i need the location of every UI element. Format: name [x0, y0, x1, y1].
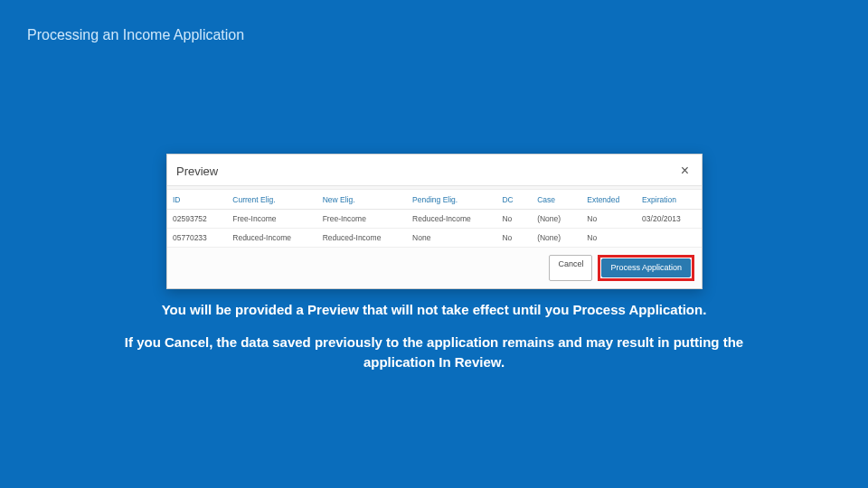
dialog-title: Preview: [176, 164, 218, 178]
col-new: New Elig.: [317, 190, 407, 210]
dialog-header: Preview ×: [167, 155, 702, 186]
cell-new: Free-Income: [317, 210, 407, 229]
dialog-footer: Cancel Process Application: [167, 248, 702, 288]
caption-line-1: You will be provided a Preview that will…: [0, 300, 868, 320]
table-row: 05770233 Reduced-Income Reduced-Income N…: [167, 229, 702, 248]
cell-dc: No: [496, 229, 532, 248]
col-extended: Extended: [581, 190, 637, 210]
cell-expiration: 03/20/2013: [637, 210, 702, 229]
caption-line-2: If you Cancel, the data saved previously…: [0, 333, 868, 372]
cell-pending: Reduced-Income: [407, 210, 496, 229]
col-pending: Pending Elig.: [407, 190, 496, 210]
slide-title: Processing an Income Application: [27, 27, 244, 43]
col-case: Case: [532, 190, 581, 210]
cell-dc: No: [496, 210, 532, 229]
preview-table: ID Current Elig. New Elig. Pending Elig.…: [167, 190, 702, 248]
preview-dialog: Preview × ID Current Elig. New Elig. Pen…: [166, 154, 703, 289]
col-current: Current Elig.: [227, 190, 316, 210]
cell-case: (None): [532, 210, 581, 229]
cancel-button[interactable]: Cancel: [549, 255, 592, 281]
col-dc: DC: [496, 190, 532, 210]
cell-id: 02593752: [167, 210, 227, 229]
highlight-box: Process Application: [598, 255, 694, 281]
process-application-button[interactable]: Process Application: [601, 258, 691, 277]
col-expiration: Expiration: [637, 190, 702, 210]
cell-extended: No: [581, 229, 637, 248]
cell-current: Free-Income: [227, 210, 316, 229]
table-row: 02593752 Free-Income Free-Income Reduced…: [167, 210, 702, 229]
table-header-row: ID Current Elig. New Elig. Pending Elig.…: [167, 190, 702, 210]
cell-extended: No: [581, 210, 637, 229]
cell-current: Reduced-Income: [227, 229, 316, 248]
cell-new: Reduced-Income: [317, 229, 407, 248]
cell-case: (None): [532, 229, 581, 248]
cell-expiration: [637, 229, 702, 248]
col-id: ID: [167, 190, 227, 210]
cell-pending: None: [407, 229, 496, 248]
cell-id: 05770233: [167, 229, 227, 248]
close-icon[interactable]: ×: [677, 162, 693, 180]
